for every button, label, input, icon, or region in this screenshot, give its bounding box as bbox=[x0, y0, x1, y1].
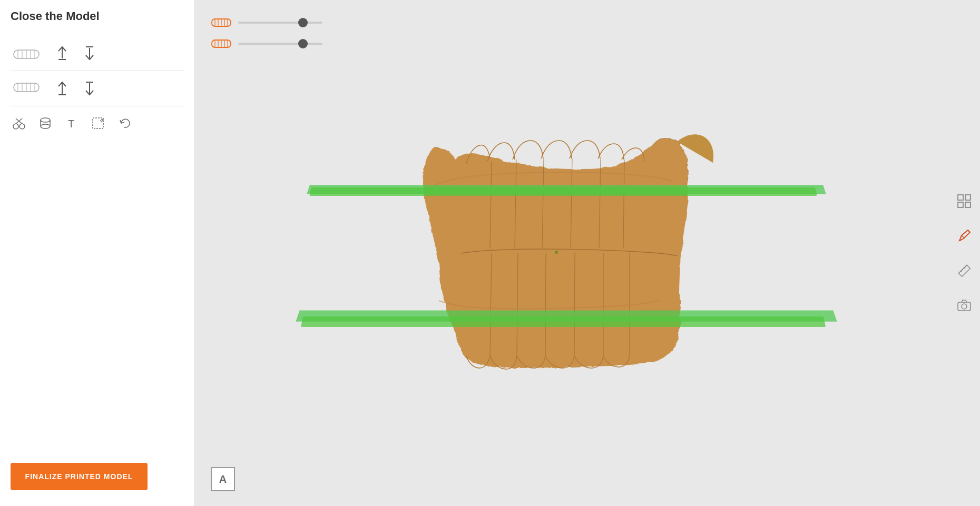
edit-tool[interactable] bbox=[90, 115, 106, 132]
svg-point-24 bbox=[41, 118, 50, 122]
ruler-icon[interactable] bbox=[954, 261, 974, 281]
svg-text:T: T bbox=[68, 118, 74, 130]
lower-jaw-slider[interactable] bbox=[238, 43, 322, 45]
slider-row-upper bbox=[211, 16, 322, 29]
cylinder-tool[interactable] bbox=[37, 115, 54, 132]
svg-point-55 bbox=[555, 251, 558, 254]
toolbar-row: T bbox=[11, 106, 184, 136]
slider-row-lower bbox=[211, 37, 322, 51]
svg-line-60 bbox=[962, 235, 964, 237]
svg-rect-56 bbox=[958, 195, 963, 200]
lower-jaw-arrow-down[interactable] bbox=[82, 81, 97, 96]
svg-point-21 bbox=[19, 124, 25, 129]
text-tool[interactable]: T bbox=[63, 115, 80, 132]
undo-tool[interactable] bbox=[116, 115, 133, 132]
lower-jaw-section bbox=[11, 71, 184, 106]
pen-icon[interactable] bbox=[954, 226, 974, 246]
model-container bbox=[361, 116, 782, 390]
svg-rect-58 bbox=[958, 202, 963, 207]
viewport: A bbox=[195, 0, 948, 506]
finalize-button[interactable]: FINALIZE PRINTED MODEL bbox=[11, 463, 148, 490]
slider-upper-jaw-icon bbox=[211, 16, 232, 29]
sliders-area bbox=[211, 16, 322, 51]
upper-jaw-icon bbox=[11, 43, 42, 63]
lower-jaw-icon bbox=[11, 78, 42, 98]
camera-icon[interactable] bbox=[954, 295, 974, 315]
lower-jaw-svg bbox=[13, 81, 40, 96]
page-title: Close the Model bbox=[11, 9, 184, 23]
lower-jaw-arrow-up[interactable] bbox=[55, 81, 70, 96]
scissors-tool[interactable] bbox=[11, 115, 27, 132]
left-panel: Close the Model bbox=[0, 0, 195, 506]
svg-point-20 bbox=[13, 124, 18, 129]
grid-icon[interactable] bbox=[954, 191, 974, 211]
svg-rect-57 bbox=[965, 195, 971, 200]
a-label[interactable]: A bbox=[211, 467, 235, 491]
svg-rect-59 bbox=[965, 202, 971, 207]
svg-point-67 bbox=[962, 304, 967, 309]
svg-point-27 bbox=[41, 124, 50, 128]
right-toolbar bbox=[948, 0, 980, 506]
upper-jaw-slider[interactable] bbox=[238, 22, 322, 24]
upper-jaw-svg bbox=[13, 45, 40, 61]
tooth-model-svg bbox=[361, 116, 782, 390]
upper-jaw-section bbox=[11, 36, 184, 71]
upper-jaw-arrow-up[interactable] bbox=[55, 46, 70, 61]
slider-lower-jaw-icon bbox=[211, 37, 232, 51]
upper-jaw-arrow-down[interactable] bbox=[82, 46, 97, 61]
